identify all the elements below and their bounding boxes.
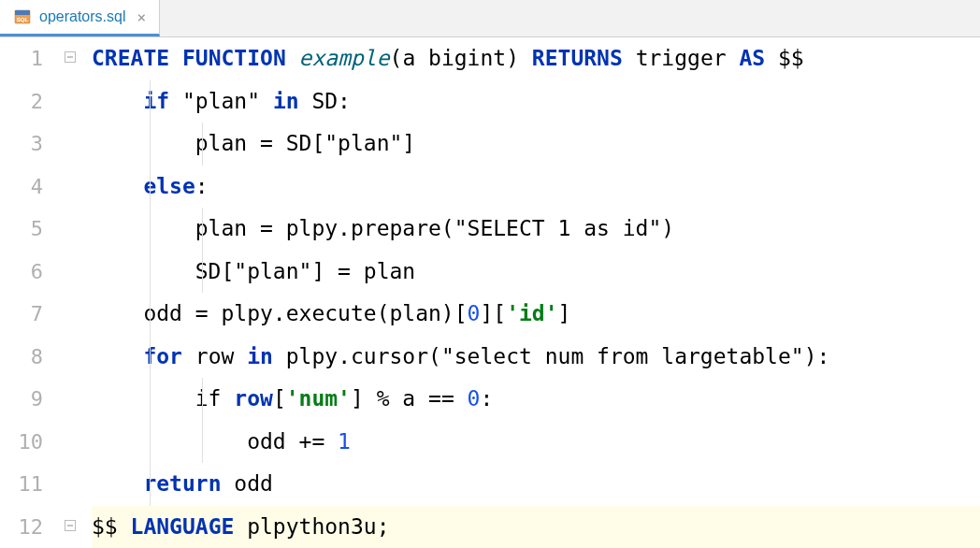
code-line: for row in plpy.cursor("select num from … <box>92 336 980 379</box>
code-line: else: <box>92 166 980 209</box>
line-number-gutter: 1 2 3 4 5 6 7 8 9 10 11 12 <box>0 37 54 548</box>
line-number: 8 <box>0 336 43 379</box>
code-line: plan = plpy.prepare("SELECT 1 as id") <box>92 208 980 251</box>
file-tab[interactable]: SQL operators.sql × <box>0 0 160 36</box>
code-line: odd = plpy.execute(plan)[0]['id'] <box>92 293 980 336</box>
line-number: 4 <box>0 166 43 209</box>
svg-text:SQL: SQL <box>17 17 29 22</box>
code-line: return odd <box>92 463 980 506</box>
line-number: 12 <box>0 506 43 549</box>
line-number: 11 <box>0 463 43 506</box>
sql-file-icon: SQL <box>13 7 32 26</box>
close-icon[interactable]: × <box>137 8 147 26</box>
tab-filename: operators.sql <box>39 8 126 25</box>
svg-rect-1 <box>15 10 30 15</box>
code-line: CREATE FUNCTION example(a bigint) RETURN… <box>92 37 980 80</box>
line-number: 6 <box>0 251 43 294</box>
line-number: 2 <box>0 80 43 123</box>
code-content[interactable]: CREATE FUNCTION example(a bigint) RETURN… <box>88 37 980 548</box>
code-line: plan = SD["plan"] <box>92 123 980 166</box>
code-line: odd += 1 <box>92 421 980 464</box>
line-number: 1 <box>0 37 43 80</box>
fold-collapse-icon[interactable] <box>64 51 77 65</box>
line-number: 7 <box>0 293 43 336</box>
line-number: 3 <box>0 123 43 166</box>
line-number: 5 <box>0 208 43 251</box>
code-line: if row['num'] % a == 0: <box>92 378 980 421</box>
code-line: SD["plan"] = plan <box>92 251 980 294</box>
code-line: $$ LANGUAGE plpython3u; <box>92 506 980 549</box>
fold-gutter <box>54 37 88 548</box>
line-number: 9 <box>0 378 43 421</box>
fold-expand-icon[interactable] <box>64 520 77 533</box>
code-line: if "plan" in SD: <box>92 80 980 123</box>
editor-area: 1 2 3 4 5 6 7 8 9 10 11 12 CREATE FUNCTI… <box>0 37 980 548</box>
line-number: 10 <box>0 421 43 464</box>
tab-bar: SQL operators.sql × <box>0 0 980 37</box>
